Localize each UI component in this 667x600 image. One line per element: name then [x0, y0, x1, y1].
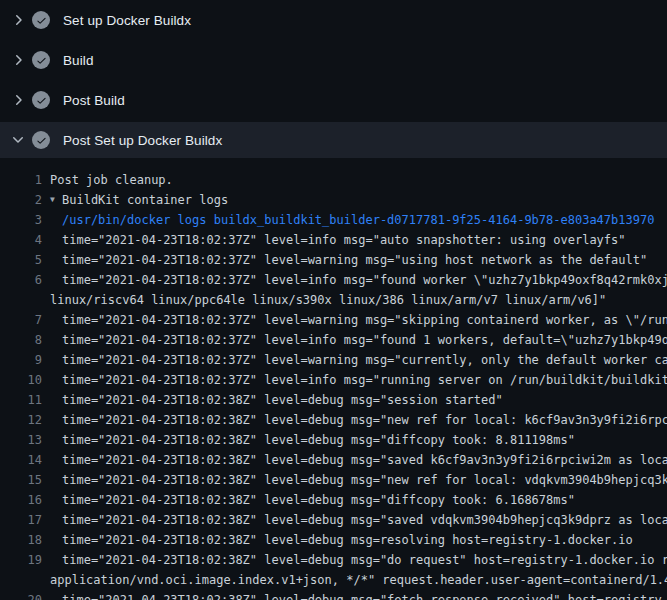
- log-line-number[interactable]: 1: [0, 170, 42, 190]
- log-line-number[interactable]: 15: [0, 470, 42, 490]
- log-line: 13time="2021-04-23T18:02:38Z" level=debu…: [0, 430, 667, 450]
- check-circle-icon: [32, 11, 50, 29]
- log-line-wrap: linux/riscv64 linux/ppc64le linux/s390x …: [0, 290, 667, 310]
- log-line-text: time="2021-04-23T18:02:38Z" level=debug …: [62, 390, 503, 410]
- log-line-number: [0, 290, 42, 310]
- log-line: 12time="2021-04-23T18:02:38Z" level=debu…: [0, 410, 667, 430]
- log-line: 18time="2021-04-23T18:02:38Z" level=debu…: [0, 530, 667, 550]
- log-line-number[interactable]: 12: [0, 410, 42, 430]
- log-line-text: time="2021-04-23T18:02:38Z" level=debug …: [62, 410, 667, 430]
- log-line-number[interactable]: 8: [0, 330, 42, 350]
- log-line-number[interactable]: 2: [0, 190, 42, 210]
- log-line: 11time="2021-04-23T18:02:38Z" level=debu…: [0, 390, 667, 410]
- log-line-number[interactable]: 7: [0, 310, 42, 330]
- log-line-text: linux/riscv64 linux/ppc64le linux/s390x …: [50, 290, 606, 310]
- log-line-number[interactable]: 16: [0, 490, 42, 510]
- log-line-number[interactable]: 11: [0, 390, 42, 410]
- chevron-down-icon[interactable]: [10, 132, 26, 148]
- log-line-text: time="2021-04-23T18:02:37Z" level=info m…: [62, 230, 626, 250]
- log-line-number[interactable]: 10: [0, 370, 42, 390]
- log-line-text: time="2021-04-23T18:02:38Z" level=debug …: [62, 430, 575, 450]
- log-line-number[interactable]: 5: [0, 250, 42, 270]
- check-circle-icon: [32, 51, 50, 69]
- chevron-right-icon[interactable]: [10, 52, 26, 68]
- check-circle-icon: [32, 91, 50, 109]
- log-line: 14time="2021-04-23T18:02:38Z" level=debu…: [0, 450, 667, 470]
- log-line-number[interactable]: 18: [0, 530, 42, 550]
- group-collapse-triangle-icon[interactable]: ▼: [50, 190, 62, 210]
- log-line: 19time="2021-04-23T18:02:38Z" level=debu…: [0, 550, 667, 570]
- log-line-number[interactable]: 6: [0, 270, 42, 290]
- log-line-number[interactable]: 20: [0, 590, 42, 600]
- log-line-text: time="2021-04-23T18:02:37Z" level=info m…: [62, 270, 667, 290]
- log-line-text: time="2021-04-23T18:02:38Z" level=debug …: [62, 590, 667, 600]
- step-row-build[interactable]: Build: [0, 40, 667, 80]
- log-line-text: Post job cleanup.: [50, 170, 173, 190]
- log-output-panel: 1Post job cleanup.2▼BuildKit container l…: [0, 160, 667, 600]
- check-circle-icon: [32, 131, 50, 149]
- log-line: 10time="2021-04-23T18:02:37Z" level=info…: [0, 370, 667, 390]
- log-line-text: time="2021-04-23T18:02:38Z" level=debug …: [62, 470, 667, 490]
- chevron-right-icon[interactable]: [10, 92, 26, 108]
- log-line: 15time="2021-04-23T18:02:38Z" level=debu…: [0, 470, 667, 490]
- log-line: 3/usr/bin/docker logs buildx_buildkit_bu…: [0, 210, 667, 230]
- log-line-number[interactable]: 4: [0, 230, 42, 250]
- log-line-text: application/vnd.oci.image.index.v1+json,…: [50, 570, 667, 590]
- log-line: 16time="2021-04-23T18:02:38Z" level=debu…: [0, 490, 667, 510]
- step-title: Post Set up Docker Buildx: [63, 133, 222, 148]
- steps-list: Set up Docker Buildx Build Post Build Po…: [0, 0, 667, 160]
- log-line-number[interactable]: 13: [0, 430, 42, 450]
- log-line-text: time="2021-04-23T18:02:38Z" level=debug …: [62, 450, 667, 470]
- log-command-text: /usr/bin/docker logs buildx_buildkit_bui…: [62, 210, 654, 230]
- log-line-text: time="2021-04-23T18:02:37Z" level=warnin…: [62, 310, 667, 330]
- log-line: 8time="2021-04-23T18:02:37Z" level=info …: [0, 330, 667, 350]
- log-line: 6time="2021-04-23T18:02:37Z" level=info …: [0, 270, 667, 290]
- log-line-text: time="2021-04-23T18:02:37Z" level=info m…: [62, 330, 667, 350]
- log-line-text: time="2021-04-23T18:02:38Z" level=debug …: [62, 490, 575, 510]
- log-line: 5time="2021-04-23T18:02:37Z" level=warni…: [0, 250, 667, 270]
- log-line-number[interactable]: 9: [0, 350, 42, 370]
- log-line-text: time="2021-04-23T18:02:38Z" level=debug …: [62, 530, 633, 550]
- log-line-text: time="2021-04-23T18:02:38Z" level=debug …: [62, 550, 667, 570]
- log-line-number[interactable]: 17: [0, 510, 42, 530]
- step-row-post-build[interactable]: Post Build: [0, 80, 667, 120]
- log-line: 4time="2021-04-23T18:02:37Z" level=info …: [0, 230, 667, 250]
- step-row-set-up-docker-buildx[interactable]: Set up Docker Buildx: [0, 0, 667, 40]
- step-row-post-set-up-docker-buildx[interactable]: Post Set up Docker Buildx: [0, 120, 667, 160]
- log-line-number[interactable]: 19: [0, 550, 42, 570]
- chevron-right-icon[interactable]: [10, 12, 26, 28]
- log-line-number: [0, 570, 42, 590]
- log-line-text: time="2021-04-23T18:02:37Z" level=warnin…: [62, 350, 667, 370]
- log-line-number[interactable]: 3: [0, 210, 42, 230]
- log-line: 7time="2021-04-23T18:02:37Z" level=warni…: [0, 310, 667, 330]
- log-line: 20time="2021-04-23T18:02:38Z" level=debu…: [0, 590, 667, 600]
- log-line-text: time="2021-04-23T18:02:38Z" level=debug …: [62, 510, 667, 530]
- log-line-text[interactable]: BuildKit container logs: [62, 190, 228, 210]
- log-line-number[interactable]: 14: [0, 450, 42, 470]
- log-line-wrap: application/vnd.oci.image.index.v1+json,…: [0, 570, 667, 590]
- log-line-text: time="2021-04-23T18:02:37Z" level=warnin…: [62, 250, 647, 270]
- step-title: Build: [63, 53, 94, 68]
- log-line: 9time="2021-04-23T18:02:37Z" level=warni…: [0, 350, 667, 370]
- log-line: 1Post job cleanup.: [0, 170, 667, 190]
- log-line: 2▼BuildKit container logs: [0, 190, 667, 210]
- log-line: 17time="2021-04-23T18:02:38Z" level=debu…: [0, 510, 667, 530]
- log-line-text: time="2021-04-23T18:02:37Z" level=info m…: [62, 370, 667, 390]
- step-title: Set up Docker Buildx: [63, 13, 191, 28]
- step-title: Post Build: [63, 93, 125, 108]
